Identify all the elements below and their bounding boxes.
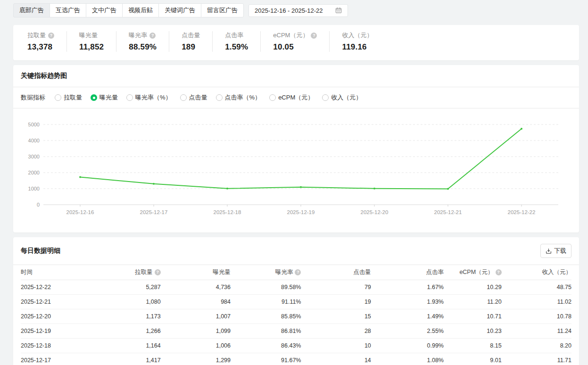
- value-cell: 4,736: [161, 280, 231, 294]
- value-cell: 14: [301, 353, 371, 365]
- stat-item: 曝光率?88.59%: [116, 31, 169, 52]
- help-icon[interactable]: ?: [295, 269, 301, 275]
- value-cell: 15: [301, 309, 371, 324]
- help-icon[interactable]: ?: [311, 33, 317, 39]
- line-chart-svg: 0100020003000400050002025-12-162025-12-1…: [21, 116, 571, 228]
- series-line: [80, 129, 522, 189]
- ad-type-tab[interactable]: 视频后贴: [122, 3, 159, 17]
- column-header: 点击量: [301, 265, 371, 280]
- value-cell: 1.49%: [371, 309, 444, 324]
- value-cell: 10.71: [444, 309, 502, 324]
- value-cell: 48.75: [502, 280, 571, 294]
- date-range-picker[interactable]: 2025-12-16 - 2025-12-22: [248, 4, 348, 17]
- value-cell: 10.23: [444, 324, 502, 338]
- stat-label-row: 收入（元）: [342, 31, 373, 40]
- stat-item: 收入（元）119.16: [329, 31, 385, 52]
- date-range-value: 2025-12-16 - 2025-12-22: [255, 7, 323, 14]
- metric-radio-label: 收入（元）: [331, 93, 362, 102]
- stat-value: 119.16: [342, 42, 373, 52]
- stat-value: 13,378: [27, 42, 54, 52]
- radio-icon[interactable]: [216, 94, 223, 101]
- x-tick-label: 2025-12-22: [508, 209, 536, 215]
- stat-item: 点击量189: [169, 31, 212, 52]
- table-row: 2025-12-225,2874,73689.58%791.67%10.2948…: [21, 280, 571, 294]
- ad-type-tab[interactable]: 关键词广告: [158, 3, 201, 17]
- metric-radio[interactable]: 曝光量: [91, 93, 118, 102]
- value-cell: 1.08%: [371, 353, 444, 365]
- radio-selected-icon[interactable]: [91, 94, 97, 101]
- top-bar: 底部广告互选广告文中广告视频后贴关键词广告留言区广告 2025-12-16 - …: [0, 0, 588, 17]
- value-cell: 10: [301, 338, 371, 353]
- value-cell: 0.99%: [371, 338, 444, 353]
- column-header-label: 曝光量: [213, 268, 231, 276]
- y-tick-label: 0: [37, 202, 40, 207]
- metric-radio[interactable]: 拉取量: [55, 93, 82, 102]
- date-cell: 2025-12-18: [21, 338, 106, 353]
- metric-radio[interactable]: 曝光率（%）: [126, 93, 172, 102]
- stat-label: 曝光量: [79, 31, 98, 40]
- radio-icon[interactable]: [55, 94, 61, 101]
- ad-type-tab[interactable]: 互选广告: [50, 3, 86, 17]
- table-row: 2025-12-181,1641,00686.43%100.99%8.158.2…: [21, 338, 571, 353]
- value-cell: 11.71: [502, 353, 571, 365]
- column-header: 点击率: [371, 265, 444, 280]
- value-cell: 11.02: [502, 294, 571, 309]
- table-title: 每日数据明细: [21, 247, 60, 255]
- ad-type-tab[interactable]: 文中广告: [86, 3, 123, 17]
- value-cell: 8.15: [444, 338, 502, 353]
- radio-icon[interactable]: [269, 94, 276, 101]
- column-header: 拉取量?: [106, 265, 161, 280]
- value-cell: 85.85%: [231, 309, 301, 324]
- value-cell: 10.29: [444, 280, 502, 294]
- help-icon[interactable]: ?: [149, 33, 156, 39]
- x-tick-label: 2025-12-21: [434, 209, 462, 215]
- trend-title: 关键指标趋势图: [21, 72, 67, 80]
- radio-icon[interactable]: [180, 94, 187, 101]
- metric-radio[interactable]: 点击量: [180, 93, 207, 102]
- ad-type-tabs: 底部广告互选广告文中广告视频后贴关键词广告留言区广告: [13, 3, 244, 17]
- table-title-row: 每日数据明细 下载: [13, 237, 579, 265]
- column-header-label: eCPM（元）: [459, 268, 493, 276]
- x-tick-label: 2025-12-17: [140, 209, 168, 215]
- radio-icon[interactable]: [322, 94, 329, 101]
- metric-radio[interactable]: 点击率（%）: [216, 93, 261, 102]
- stat-label-row: 曝光率?: [129, 31, 157, 40]
- value-cell: 1,099: [161, 324, 231, 338]
- help-icon[interactable]: ?: [155, 269, 161, 275]
- metric-radio[interactable]: eCPM（元）: [269, 93, 314, 102]
- value-cell: 1,417: [106, 353, 161, 365]
- table-row: 2025-12-201,1731,00785.85%151.49%10.7110…: [21, 309, 571, 324]
- radio-icon[interactable]: [126, 94, 133, 101]
- column-header: 曝光量: [161, 265, 231, 280]
- value-cell: 91.11%: [231, 294, 301, 309]
- stat-label: eCPM（元）: [273, 31, 308, 40]
- help-icon[interactable]: ?: [496, 269, 502, 275]
- column-header: eCPM（元）?: [444, 265, 502, 280]
- stat-item: eCPM（元）?10.05: [260, 31, 329, 52]
- value-cell: 8.20: [502, 338, 571, 353]
- table-body: 2025-12-225,2874,73689.58%791.67%10.2948…: [21, 280, 571, 365]
- date-cell: 2025-12-19: [21, 324, 106, 338]
- daily-data-table: 时间拉取量?曝光量曝光率?点击量点击率eCPM（元）?收入（元） 2025-12…: [21, 265, 571, 365]
- value-cell: 1,266: [106, 324, 161, 338]
- ad-type-tab[interactable]: 底部广告: [13, 3, 50, 17]
- metric-radio[interactable]: 收入（元）: [322, 93, 362, 102]
- stat-value: 11,852: [79, 42, 104, 52]
- table-header-row: 时间拉取量?曝光量曝光率?点击量点击率eCPM（元）?收入（元）: [21, 265, 571, 280]
- value-cell: 1,007: [161, 309, 231, 324]
- value-cell: 28: [301, 324, 371, 338]
- column-header: 时间: [21, 265, 106, 280]
- y-tick-label: 1000: [28, 186, 40, 191]
- help-icon[interactable]: ?: [48, 33, 54, 39]
- metric-radio-label: 曝光量: [99, 93, 118, 102]
- value-cell: 11.24: [502, 324, 571, 338]
- ad-type-tab[interactable]: 留言区广告: [201, 3, 244, 17]
- data-point: [153, 183, 155, 185]
- data-point: [226, 188, 228, 190]
- daily-data-card: 每日数据明细 下载 时间拉取量?曝光量曝光率?点击量点击率eCPM（元）?收入（…: [13, 237, 579, 365]
- x-tick-label: 2025-12-18: [214, 209, 241, 215]
- download-button[interactable]: 下载: [540, 244, 571, 258]
- value-cell: 1,173: [106, 309, 161, 324]
- date-cell: 2025-12-22: [21, 280, 106, 294]
- value-cell: 1.67%: [371, 280, 444, 294]
